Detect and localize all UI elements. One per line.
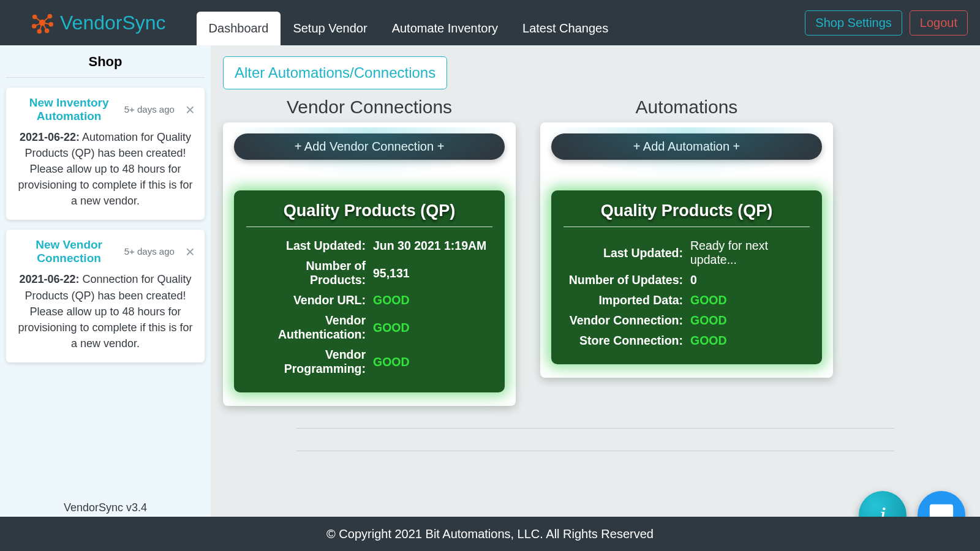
automation-stats: Last Updated:Ready for next update...Num… bbox=[564, 236, 810, 351]
stat-value: Jun 30 2021 1:19AM bbox=[369, 236, 492, 256]
stat-value: GOOD bbox=[369, 290, 492, 310]
automations-panel: + Add Automation + Quality Products (QP)… bbox=[540, 122, 833, 378]
stat-value: GOOD bbox=[369, 345, 492, 379]
nav-right: Shop Settings Logout bbox=[805, 10, 968, 36]
automations-title: Automations bbox=[540, 97, 833, 118]
automations-section: Automations + Add Automation + Quality P… bbox=[540, 97, 833, 406]
svg-point-10 bbox=[49, 23, 53, 26]
notification-card: New Inventory Automation5+ days ago×2021… bbox=[6, 88, 205, 220]
logout-button[interactable]: Logout bbox=[910, 10, 968, 36]
table-row: Imported Data:GOOD bbox=[564, 290, 810, 310]
stat-label: Number of Products: bbox=[246, 256, 369, 290]
sidebar-title: Shop bbox=[6, 51, 205, 78]
table-row: Vendor Programming:GOOD bbox=[246, 345, 492, 379]
alter-automations-button[interactable]: Alter Automations/Connections bbox=[223, 56, 447, 89]
add-automation-button[interactable]: + Add Automation + bbox=[551, 133, 822, 160]
shop-settings-button[interactable]: Shop Settings bbox=[805, 10, 902, 36]
nav-tab-setup-vendor[interactable]: Setup Vendor bbox=[281, 12, 379, 45]
vendor-connections-panel: + Add Vendor Connection + Quality Produc… bbox=[223, 122, 516, 406]
stat-label: Vendor Authentication: bbox=[246, 310, 369, 345]
table-row: Last Updated:Jun 30 2021 1:19AM bbox=[246, 236, 492, 256]
vendor-connections-section: Vendor Connections + Add Vendor Connecti… bbox=[223, 97, 516, 406]
stat-label: Vendor Programming: bbox=[246, 345, 369, 379]
vendor-connection-card-title: Quality Products (QP) bbox=[246, 201, 492, 227]
main-content: Alter Automations/Connections Vendor Con… bbox=[211, 45, 980, 517]
svg-point-12 bbox=[45, 29, 49, 32]
stat-label: Store Connection: bbox=[564, 331, 687, 351]
nav-tab-automate-inventory[interactable]: Automate Inventory bbox=[380, 12, 510, 45]
notification-age: 5+ days ago bbox=[122, 104, 176, 115]
stat-value: 0 bbox=[687, 270, 810, 290]
add-vendor-connection-button[interactable]: + Add Vendor Connection + bbox=[234, 133, 505, 160]
table-row: Last Updated:Ready for next update... bbox=[564, 236, 810, 270]
svg-point-8 bbox=[48, 15, 52, 18]
notification-age: 5+ days ago bbox=[122, 246, 176, 257]
brand-text: VendorSync bbox=[60, 12, 166, 34]
notification-card: New Vendor Connection5+ days ago×2021-06… bbox=[6, 230, 205, 362]
nav-tab-latest-changes[interactable]: Latest Changes bbox=[510, 12, 620, 45]
automation-card[interactable]: Quality Products (QP) Last Updated:Ready… bbox=[551, 190, 822, 364]
svg-point-7 bbox=[33, 15, 37, 19]
notification-body: 2021-06-22: Connection for Quality Produ… bbox=[16, 271, 195, 351]
table-row: Number of Updates:0 bbox=[564, 270, 810, 290]
sidebar-version: VendorSync v3.4 bbox=[0, 501, 211, 514]
brand[interactable]: VendorSync bbox=[31, 11, 166, 34]
vendor-connections-title: Vendor Connections bbox=[223, 97, 516, 118]
footer: © Copyright 2021 Bit Automations, LLC. A… bbox=[0, 517, 980, 551]
svg-point-9 bbox=[32, 24, 36, 28]
vendor-connection-card[interactable]: Quality Products (QP) Last Updated:Jun 3… bbox=[234, 190, 505, 392]
brand-network-icon bbox=[31, 11, 54, 34]
stat-value: GOOD bbox=[369, 310, 492, 345]
table-row: Vendor Connection:GOOD bbox=[564, 310, 810, 331]
footer-text: © Copyright 2021 Bit Automations, LLC. A… bbox=[326, 527, 654, 541]
stat-value: 95,131 bbox=[369, 256, 492, 290]
top-navbar: VendorSync DashboardSetup VendorAutomate… bbox=[0, 0, 980, 45]
stat-label: Last Updated: bbox=[246, 236, 369, 256]
nav-tabs: DashboardSetup VendorAutomate InventoryL… bbox=[197, 0, 621, 45]
svg-point-6 bbox=[40, 20, 45, 26]
sidebar: Shop New Inventory Automation5+ days ago… bbox=[0, 45, 211, 517]
stat-label: Imported Data: bbox=[564, 290, 687, 310]
divider bbox=[296, 451, 894, 451]
table-row: Vendor Authentication:GOOD bbox=[246, 310, 492, 345]
table-row: Store Connection:GOOD bbox=[564, 331, 810, 351]
nav-tab-dashboard[interactable]: Dashboard bbox=[197, 12, 281, 45]
svg-point-15 bbox=[944, 510, 947, 513]
table-row: Vendor URL:GOOD bbox=[246, 290, 492, 310]
stat-label: Number of Updates: bbox=[564, 270, 687, 290]
svg-point-13 bbox=[936, 510, 939, 513]
stat-value: GOOD bbox=[687, 290, 810, 310]
svg-point-14 bbox=[940, 510, 943, 513]
stat-label: Vendor Connection: bbox=[564, 310, 687, 331]
table-row: Number of Products:95,131 bbox=[246, 256, 492, 290]
close-icon[interactable]: × bbox=[176, 100, 195, 119]
automation-card-title: Quality Products (QP) bbox=[564, 201, 810, 227]
stat-value: GOOD bbox=[687, 310, 810, 331]
svg-point-11 bbox=[37, 29, 41, 33]
divider bbox=[296, 428, 894, 429]
stat-value: GOOD bbox=[687, 331, 810, 351]
stat-label: Last Updated: bbox=[564, 236, 687, 270]
notification-title[interactable]: New Vendor Connection bbox=[16, 238, 122, 265]
notification-body: 2021-06-22: Automation for Quality Produ… bbox=[16, 129, 195, 209]
stat-label: Vendor URL: bbox=[246, 290, 369, 310]
stat-value: Ready for next update... bbox=[687, 236, 810, 270]
notification-title[interactable]: New Inventory Automation bbox=[16, 96, 122, 123]
vendor-connection-stats: Last Updated:Jun 30 2021 1:19AMNumber of… bbox=[246, 236, 492, 379]
close-icon[interactable]: × bbox=[176, 242, 195, 261]
